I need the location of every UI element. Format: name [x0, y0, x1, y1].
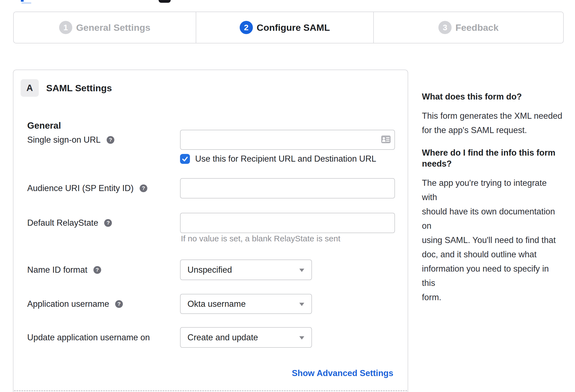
recipient-url-checkbox[interactable] — [180, 154, 190, 164]
application-username-value: Okta username — [187, 299, 246, 309]
chevron-down-icon — [299, 336, 304, 339]
application-username-label: Application username — [27, 299, 109, 309]
next-section-divider — [14, 390, 407, 391]
chevron-down-icon — [299, 269, 304, 272]
relay-state-input[interactable] — [180, 213, 395, 233]
name-id-format-value: Unspecified — [187, 265, 232, 275]
help-question-2: Where do I find the info this form needs… — [422, 147, 563, 169]
relay-state-label: Default RelayState — [27, 218, 98, 228]
relay-state-row: Default RelayState ? — [27, 213, 399, 233]
section-a-badge: A — [21, 79, 39, 97]
sso-url-input[interactable] — [180, 130, 395, 150]
sso-url-label: Single sign-on URL — [27, 135, 101, 145]
step-2-indicator: 2 — [240, 21, 253, 34]
name-id-format-row: Name ID format ? Unspecified — [27, 260, 399, 280]
step-1-indicator: 1 — [59, 21, 72, 34]
application-username-label-wrap: Application username ? — [27, 294, 180, 314]
help-icon[interactable]: ? — [107, 136, 114, 144]
saml-settings-panel: A SAML Settings General Single sign-on U… — [13, 70, 408, 392]
help-question-1: What does this form do? — [422, 92, 563, 102]
help-sidebar: What does this form do? This form genera… — [422, 92, 563, 305]
update-username-label-wrap: Update application username on — [27, 327, 180, 348]
help-icon[interactable]: ? — [115, 300, 123, 308]
update-username-row: Update application username on Create an… — [27, 327, 399, 348]
wizard-stepper: 1 General Settings 2 Configure SAML 3 Fe… — [13, 12, 564, 43]
relay-state-label-wrap: Default RelayState ? — [27, 213, 180, 233]
audience-uri-input[interactable] — [180, 178, 395, 198]
logo-fragment-blue-faint — [21, 2, 31, 4]
sso-url-input-wrap — [180, 130, 395, 150]
step-3-label: Feedback — [455, 22, 499, 33]
sso-url-label-wrap: Single sign-on URL ? — [27, 130, 180, 150]
panel-title: SAML Settings — [46, 79, 112, 97]
help-icon[interactable]: ? — [93, 266, 101, 274]
help-answer-2: The app you're trying to integrate with … — [422, 176, 563, 305]
step-feedback[interactable]: 3 Feedback — [374, 12, 563, 43]
relay-state-input-wrap — [180, 213, 395, 233]
audience-uri-row: Audience URI (SP Entity ID) ? — [27, 178, 399, 198]
show-advanced-settings-link[interactable]: Show Advanced Settings — [292, 368, 393, 378]
update-username-select[interactable]: Create and update — [180, 327, 312, 348]
header-icon-fragment — [159, 0, 171, 3]
step-configure-saml[interactable]: 2 Configure SAML — [196, 12, 374, 43]
logo-fragment-blue — [21, 0, 24, 2]
help-answer-1: This form generates the XML needed for t… — [422, 109, 563, 137]
step-3-indicator: 3 — [438, 21, 452, 34]
name-id-format-label-wrap: Name ID format ? — [27, 260, 180, 280]
audience-uri-input-wrap — [180, 178, 395, 198]
update-username-label: Update application username on — [27, 333, 150, 343]
audience-uri-label: Audience URI (SP Entity ID) — [27, 183, 134, 193]
relay-state-hint: If no value is set, a blank RelayState i… — [181, 234, 340, 243]
application-username-select[interactable]: Okta username — [180, 294, 312, 314]
step-2-label: Configure SAML — [257, 22, 330, 33]
checkmark-icon — [182, 156, 188, 162]
general-section-heading: General — [27, 120, 61, 131]
application-username-row: Application username ? Okta username — [27, 294, 399, 314]
help-icon[interactable]: ? — [104, 219, 112, 227]
audience-uri-label-wrap: Audience URI (SP Entity ID) ? — [27, 178, 180, 198]
chevron-down-icon — [299, 303, 304, 306]
recipient-url-checkbox-row: Use this for Recipient URL and Destinati… — [180, 153, 376, 164]
help-icon[interactable]: ? — [140, 184, 147, 192]
update-username-value: Create and update — [187, 333, 258, 343]
name-id-format-select[interactable]: Unspecified — [180, 260, 312, 280]
sso-url-row: Single sign-on URL ? — [27, 130, 399, 150]
step-general-settings[interactable]: 1 General Settings — [14, 12, 196, 43]
recipient-url-checkbox-label: Use this for Recipient URL and Destinati… — [195, 154, 376, 164]
step-1-label: General Settings — [76, 22, 150, 33]
name-id-format-label: Name ID format — [27, 265, 87, 275]
contact-card-icon[interactable] — [381, 136, 391, 144]
